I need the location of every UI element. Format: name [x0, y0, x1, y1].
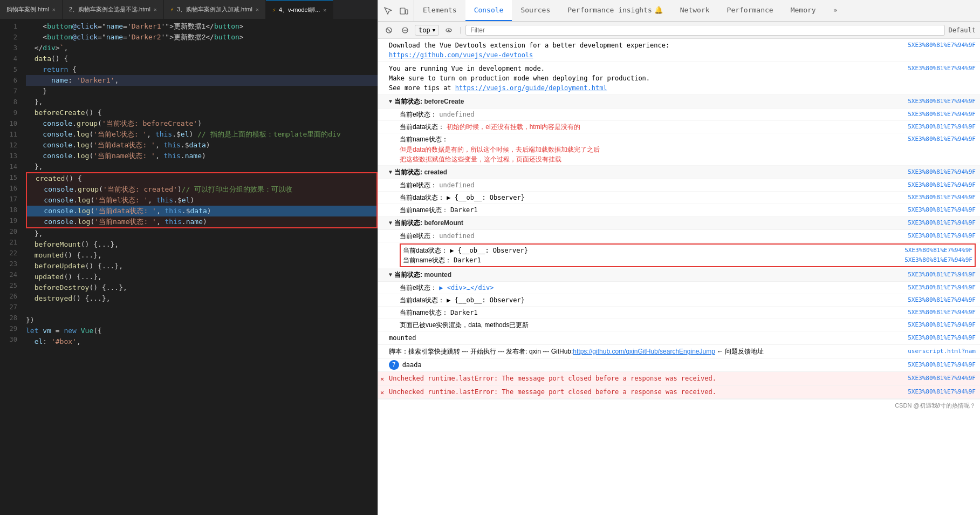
tab-close-3[interactable]: ✕ — [256, 6, 259, 12]
red-border-bm: 当前data状态： ▶ {__ob__: Observer} 5XE3%80%8… — [400, 243, 976, 267]
device-icon-btn[interactable] — [396, 3, 412, 18]
group-mounted-page: 页面已被vue实例渲染，data, methods已更新 5XE3%80%81%… — [378, 319, 980, 331]
group-arrow-beforeCreate: ▼ — [389, 97, 392, 106]
github-link[interactable]: https://github.com/qxinGitHub/searchEngi… — [573, 348, 715, 355]
group-created-el: 当前el状态： undefined 5XE3%80%81%E7%94%9F — [378, 179, 980, 192]
name-annotation-bc: 但是data的数据是有的，所以这个时候，去后端加载数据加载完了之后 把这些数据赋… — [400, 145, 903, 164]
msg-vue-devtools-text: Download the Vue Devtools extension for … — [389, 40, 903, 60]
tab-more[interactable]: » — [825, 0, 846, 21]
name-label-bc: 当前name状态： — [400, 134, 448, 144]
separator: | — [458, 26, 462, 34]
tab-sources-label: Sources — [520, 6, 550, 14]
tab-elements[interactable]: Elements — [414, 0, 465, 21]
group-created: ▼ 当前状态: created 5XE3%80%81%E7%94%9F 当前el… — [378, 166, 980, 216]
vue-devtools-link[interactable]: https://github.com/vuejs/vue-devtools — [389, 51, 533, 59]
data-value-bm: ▶ {__ob__: Observer} — [450, 246, 528, 255]
footer-text: CSDN @初遇我∂寸的热情呢？ — [895, 402, 976, 409]
tab-console[interactable]: Console — [465, 0, 512, 21]
data-source-cr: 5XE3%80%81%E7%94%9F — [903, 193, 976, 202]
editor-tab-3[interactable]: ⚡ 3、购物车案例加入加减.html ✕ — [164, 0, 266, 19]
perf-insights-icon: 🔔 — [654, 6, 663, 14]
cursor-icon-btn[interactable] — [380, 3, 395, 18]
code-line-30: el: '#box', — [26, 336, 378, 347]
editor-tab-1[interactable]: 购物车案例.html ✕ — [0, 0, 63, 19]
name-label-bm: 当前name状态： — [403, 255, 451, 265]
group-created-header[interactable]: ▼ 当前状态: created 5XE3%80%81%E7%94%9F — [378, 166, 980, 179]
tab-label-4: 4、v-model绑... — [279, 6, 320, 14]
editor-tab-4[interactable]: ⚡ 4、v-model绑... ✕ — [266, 0, 333, 19]
tab-sources[interactable]: Sources — [512, 0, 559, 21]
code-line-11: console.log('当前el状态: ', this.$el) // 指的是… — [26, 129, 378, 140]
red-box-section: created() { console.group('当前状态: created… — [26, 172, 378, 228]
msg-vue-mode-text: You are running Vue in development mode.… — [389, 64, 903, 93]
group-beforeMount-name: 当前name状态： Darker1 5XE3%80%81%E7%94%9F — [403, 255, 972, 265]
data-source-mo: 5XE3%80%81%E7%94%9F — [903, 295, 976, 305]
group-beforeCreate-source: 5XE3%80%81%E7%94%9F — [903, 97, 976, 106]
group-beforeMount-header[interactable]: ▼ 当前状态: beforeMount 5XE3%80%81%E7%94%9F — [378, 216, 980, 230]
tab-console-label: Console — [474, 6, 504, 14]
group-beforeCreate-data: 当前data状态： 初始的时候，el还没有挂载，html内容是没有的 5XE3%… — [378, 121, 980, 133]
tab-perf-insights-label: Performance insights — [567, 6, 652, 14]
group-beforeCreate-name: 当前name状态： 但是data的数据是有的，所以这个时候，去后端加载数据加载完… — [378, 133, 980, 166]
group-created-name: 当前name状态： Darker1 5XE3%80%81%E7%94%9F — [378, 204, 980, 216]
editor-panel: 购物车案例.html ✕ 2、购物车案例全选是不选.html ✕ ⚡ 3、购物车… — [0, 0, 378, 515]
tab-close-4[interactable]: ✕ — [323, 7, 326, 13]
context-value: top — [419, 26, 430, 34]
filter-input[interactable] — [465, 25, 945, 36]
msg-script: 脚本：搜索引擎快捷跳转 --- 开始执行 --- 发布者: qxin --- G… — [378, 345, 980, 358]
group-mounted-header[interactable]: ▼ 当前状态: mounted 5XE3%80%81%E7%94%9F — [378, 268, 980, 282]
group-beforeCreate-header[interactable]: ▼ 当前状态: beforeCreate 5XE3%80%81%E7%94%9F — [378, 95, 980, 109]
chevron-down-icon: ▼ — [433, 28, 435, 33]
group-mounted-source: 5XE3%80%81%E7%94%9F — [903, 270, 976, 280]
name-value-cr: Darker1 — [450, 205, 478, 215]
name-label-mo: 当前name状态： — [400, 308, 448, 317]
msg-daada-source: 5XE3%80%81%E7%94%9F — [903, 360, 976, 370]
data-label-mo: 当前data状态： — [400, 295, 444, 305]
msg-error-2-source: 5XE3%80%81%E7%94%9F — [903, 387, 976, 397]
code-line-14: }, — [26, 161, 378, 172]
group-beforeCreate: ▼ 当前状态: beforeCreate 5XE3%80%81%E7%94%9F… — [378, 95, 980, 166]
tab-close-1[interactable]: ✕ — [52, 6, 56, 12]
msg-error-1: ✕ Unchecked runtime.lastError: The messa… — [378, 372, 980, 385]
page-source-mo: 5XE3%80%81%E7%94%9F — [903, 320, 976, 330]
eye-icon-btn[interactable] — [442, 24, 455, 37]
tab-close-2[interactable]: ✕ — [154, 6, 157, 12]
group-beforeMount-data: 当前data状态： ▶ {__ob__: Observer} 5XE3%80%8… — [403, 246, 972, 255]
name-value-bm: Darker1 — [454, 255, 481, 265]
code-line-12: console.log('当前data状态: ', this.$data) — [26, 140, 378, 151]
group-mounted-title: 当前状态: mounted — [394, 270, 903, 280]
group-arrow-mo: ▼ — [389, 270, 392, 280]
tab-perf-insights[interactable]: Performance insights 🔔 — [559, 0, 671, 21]
stop-icon — [385, 26, 393, 34]
stop-icon-btn[interactable] — [382, 24, 395, 37]
tab-label-3: 3、购物车案例加入加减.html — [177, 5, 252, 13]
tab-memory[interactable]: Memory — [782, 0, 825, 21]
tab-performance[interactable]: Performance — [718, 0, 782, 21]
code-line-13: console.log('当前name状态: ', this.name) — [26, 151, 378, 161]
tab-network[interactable]: Network — [671, 0, 718, 21]
code-line-15: created() { — [27, 173, 376, 184]
name-source-cr: 5XE3%80%81%E7%94%9F — [903, 205, 976, 215]
cursor-icon — [383, 6, 392, 15]
tab-performance-label: Performance — [727, 6, 773, 14]
line-numbers: 12345 678910 1112131415 1617181920 21222… — [0, 19, 22, 515]
tab-label-1: 购物车案例.html — [6, 5, 49, 13]
el-label-cr: 当前el状态： — [400, 180, 437, 190]
msg-source-2: 5XE3%80%81%E7%94%9F — [903, 64, 976, 73]
code-line-8: }, — [26, 97, 378, 107]
vue-guide-link[interactable]: https://vuejs.org/guide/deployment.html — [455, 84, 607, 92]
el-value-bc: undefined — [439, 110, 474, 119]
name-source-bc: 5XE3%80%81%E7%94%9F — [903, 134, 976, 164]
msg-mounted-plain: mounted 5XE3%80%81%E7%94%9F — [378, 331, 980, 345]
el-label-bm: 当前el状态： — [400, 231, 437, 241]
el-source-cr: 5XE3%80%81%E7%94%9F — [903, 180, 976, 190]
code-line-6: name: 'Darker1', — [26, 75, 378, 86]
name-source-mo: 5XE3%80%81%E7%94%9F — [903, 308, 976, 317]
group-mounted-name: 当前name状态： Darker1 5XE3%80%81%E7%94%9F — [378, 307, 980, 319]
msg-daada-text: daada — [402, 360, 904, 370]
code-line-9: beforeCreate() { — [26, 107, 378, 118]
error-icon-2: ✕ — [380, 388, 384, 397]
editor-tab-2[interactable]: 2、购物车案例全选是不选.html ✕ — [63, 0, 164, 19]
clear-icon-btn[interactable] — [399, 24, 412, 37]
context-selector[interactable]: top ▼ — [415, 25, 439, 36]
